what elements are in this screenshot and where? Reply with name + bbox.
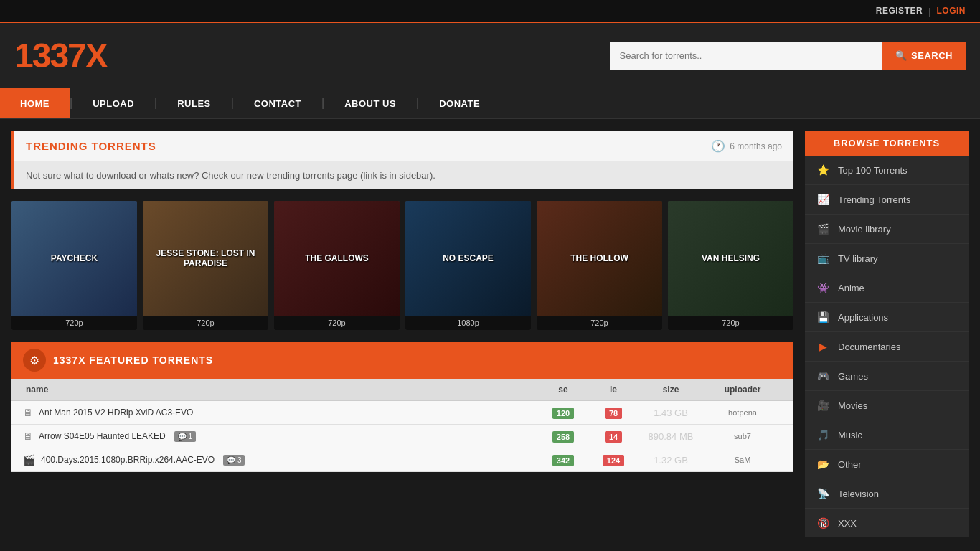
xxx-icon: 🔞 bbox=[815, 515, 831, 531]
thumb-quality-gallows: 720p bbox=[274, 316, 400, 330]
trending-icon: 📈 bbox=[815, 192, 831, 207]
table-row: 🖥 Arrow S04E05 Haunted LEAKED 💬 1 258 14… bbox=[11, 425, 793, 448]
anime-icon: 👾 bbox=[815, 280, 831, 296]
thumb-img-noescape: NO ESCAPE bbox=[405, 201, 531, 316]
row3-comment-badge: 💬 3 bbox=[223, 455, 245, 466]
thumb-quality-paycheck: 720p bbox=[11, 316, 137, 330]
row1-size: 1.43 GB bbox=[639, 408, 703, 418]
clock-icon: 🕐 bbox=[711, 139, 725, 153]
sidebar-item-xxx[interactable]: 🔞 XXX bbox=[805, 509, 969, 537]
sidebar-item-docs[interactable]: ▶ Documentaries bbox=[805, 332, 969, 362]
movies-icon: 🎥 bbox=[815, 397, 831, 413]
search-input[interactable] bbox=[610, 42, 882, 70]
row3-torrent-link[interactable]: 400.Days.2015.1080p.BRRip.x264.AAC-EVO bbox=[41, 455, 215, 465]
sidebar-item-movies[interactable]: 🎥 Movies bbox=[805, 391, 969, 420]
sidebar-item-movies-lib[interactable]: 🎬 Movie library bbox=[805, 215, 969, 244]
main-nav: HOME | UPLOAD | RULES | CONTACT | ABOUT … bbox=[0, 88, 980, 119]
row2-comment-badge: 💬 1 bbox=[174, 431, 196, 442]
sidebar-label-top100: Top 100 Torrents bbox=[838, 165, 908, 176]
row1-torrent-link[interactable]: Ant Man 2015 V2 HDRip XviD AC3-EVO bbox=[39, 408, 193, 418]
row2-uploader: sub7 bbox=[703, 432, 782, 441]
trending-desc: Not sure what to download or whats new? … bbox=[14, 161, 793, 189]
login-link[interactable]: LOGIN bbox=[937, 6, 966, 16]
sidebar-item-other[interactable]: 📂 Other bbox=[805, 450, 969, 479]
trending-box: TRENDING TORRENTS 🕐 6 months ago Not sur… bbox=[11, 131, 793, 189]
trending-time: 🕐 6 months ago bbox=[711, 139, 782, 153]
movie-library-icon: 🎬 bbox=[815, 221, 831, 237]
sidebar-label-xxx: XXX bbox=[838, 518, 857, 529]
top-bar: REGISTER | LOGIN bbox=[0, 0, 980, 23]
sidebar-label-movies: Movies bbox=[838, 400, 867, 411]
search-button[interactable]: 🔍 SEARCH bbox=[882, 42, 966, 70]
top-divider: | bbox=[928, 6, 930, 17]
row1-se: 120 bbox=[538, 408, 588, 418]
row1-uploader: hotpena bbox=[703, 408, 782, 417]
search-bar: 🔍 SEARCH bbox=[610, 42, 966, 70]
sidebar-label-anime: Anime bbox=[838, 283, 864, 293]
sidebar-item-television[interactable]: 📡 Television bbox=[805, 479, 969, 509]
sidebar-item-tv-lib[interactable]: 📺 TV library bbox=[805, 244, 969, 273]
nav-rules[interactable]: RULES bbox=[157, 88, 231, 118]
sidebar-item-music[interactable]: 🎵 Music bbox=[805, 420, 969, 450]
row3-size: 1.32 GB bbox=[639, 455, 703, 466]
row1-se-badge: 120 bbox=[552, 408, 574, 419]
nav-upload[interactable]: UPLOAD bbox=[72, 88, 154, 118]
col-uploader-header: uploader bbox=[703, 385, 782, 395]
thumb-paycheck[interactable]: PAYCHECK 720p bbox=[11, 201, 137, 330]
register-link[interactable]: REGISTER bbox=[876, 6, 923, 16]
row1-type-icon: 🖥 bbox=[23, 407, 33, 418]
trending-title: TRENDING TORRENTS bbox=[26, 140, 156, 152]
table-header: name se le size uploader bbox=[11, 379, 793, 401]
thumb-vanhelsing[interactable]: VAN HELSING 720p bbox=[668, 201, 793, 330]
nav-about[interactable]: ABOUT US bbox=[324, 88, 416, 118]
row3-le-badge: 124 bbox=[603, 455, 624, 466]
thumb-quality-hollow: 720p bbox=[537, 316, 662, 330]
thumb-title-gallows: THE GALLOWS bbox=[299, 248, 374, 269]
trending-header: TRENDING TORRENTS 🕐 6 months ago bbox=[14, 131, 793, 161]
thumb-title-noescape: NO ESCAPE bbox=[437, 248, 499, 269]
main-content: TRENDING TORRENTS 🕐 6 months ago Not sur… bbox=[0, 119, 980, 549]
featured-box: ⚙ 1337X FEATURED TORRENTS name se le siz… bbox=[11, 342, 793, 472]
sidebar-label-trending: Trending Torrents bbox=[838, 194, 910, 205]
browse-box: BROWSE TORRENTS ⭐ Top 100 Torrents 📈 Tre… bbox=[805, 131, 969, 537]
other-icon: 📂 bbox=[815, 456, 831, 472]
sidebar-item-anime[interactable]: 👾 Anime bbox=[805, 273, 969, 303]
sidebar-label-television: Television bbox=[838, 489, 879, 499]
thumb-img-gallows: THE GALLOWS bbox=[274, 201, 400, 316]
sidebar-label-other: Other bbox=[838, 459, 862, 470]
featured-title: 1337X FEATURED TORRENTS bbox=[53, 354, 213, 366]
thumb-hollow[interactable]: THE HOLLOW 720p bbox=[537, 201, 662, 330]
sidebar-label-movies-lib: Movie library bbox=[838, 224, 891, 235]
thumb-quality-vanhelsing: 720p bbox=[668, 316, 793, 330]
nav-contact[interactable]: CONTACT bbox=[234, 88, 321, 118]
row3-se-badge: 342 bbox=[552, 455, 574, 466]
logo-text: 1337 bbox=[14, 37, 85, 75]
search-icon: 🔍 bbox=[895, 50, 908, 61]
nav-donate[interactable]: DONATE bbox=[419, 88, 500, 118]
trending-time-label: 6 months ago bbox=[730, 141, 782, 151]
row1-le-badge: 78 bbox=[605, 408, 622, 419]
col-le-header: le bbox=[588, 385, 639, 395]
thumb-noescape[interactable]: NO ESCAPE 1080p bbox=[405, 201, 531, 330]
thumb-gallows[interactable]: THE GALLOWS 720p bbox=[274, 201, 400, 330]
row3-se: 342 bbox=[538, 455, 588, 466]
table-row: 🎬 400.Days.2015.1080p.BRRip.x264.AAC-EVO… bbox=[11, 448, 793, 472]
nav-home[interactable]: HOME bbox=[0, 88, 70, 118]
row1-name-cell: 🖥 Ant Man 2015 V2 HDRip XviD AC3-EVO bbox=[23, 407, 538, 418]
thumb-jesse[interactable]: JESSE STONE: LOST IN PARADISE 720p bbox=[143, 201, 268, 330]
sidebar-label-music: Music bbox=[838, 430, 862, 441]
sidebar-item-top100[interactable]: ⭐ Top 100 Torrents bbox=[805, 156, 969, 185]
thumb-quality-noescape: 1080p bbox=[405, 316, 531, 330]
sidebar-item-games[interactable]: 🎮 Games bbox=[805, 362, 969, 391]
logo[interactable]: 1337X bbox=[14, 36, 107, 75]
left-column: TRENDING TORRENTS 🕐 6 months ago Not sur… bbox=[11, 131, 793, 537]
thumb-title-hollow: THE HOLLOW bbox=[565, 248, 634, 269]
row2-le: 14 bbox=[588, 431, 639, 442]
logo-x: X bbox=[85, 37, 107, 75]
table-row: 🖥 Ant Man 2015 V2 HDRip XviD AC3-EVO 120… bbox=[11, 401, 793, 425]
col-name-header: name bbox=[23, 385, 538, 395]
sidebar-item-apps[interactable]: 💾 Applications bbox=[805, 303, 969, 332]
sidebar-item-trending[interactable]: 📈 Trending Torrents bbox=[805, 185, 969, 215]
applications-icon: 💾 bbox=[815, 309, 831, 325]
row2-torrent-link[interactable]: Arrow S04E05 Haunted LEAKED bbox=[39, 431, 166, 441]
